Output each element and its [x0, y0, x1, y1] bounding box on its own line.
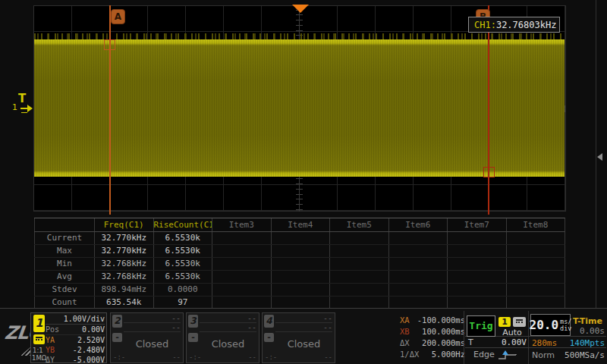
- dc-coupling-icon[interactable]: [33, 334, 45, 344]
- cursor-xb-label: XB: [400, 326, 410, 337]
- table-row-min: Min 32.768kHz 6.5530k: [34, 258, 565, 271]
- cursor-xa-label: XA: [400, 315, 410, 326]
- table-cell: [447, 271, 506, 283]
- table-header-item7[interactable]: Item7: [447, 218, 506, 231]
- ch2-vdiv-placeholder: --: [124, 314, 181, 323]
- ch2-pos-placeholder: --: [124, 323, 181, 332]
- cursor-ya-value: 2.520V: [77, 335, 105, 345]
- row-label: Min: [34, 258, 94, 270]
- table-cell: [388, 245, 448, 257]
- cursor-xa-value: -100.000ms: [417, 315, 465, 326]
- table-cell: [447, 297, 506, 309]
- table-header-row: Freq(C1) RiseCount(C1) Item3 Item4 Item5…: [34, 218, 565, 232]
- table-header-item6[interactable]: Item6: [388, 218, 448, 231]
- table-cell: [388, 258, 448, 270]
- table-cell: [212, 245, 271, 257]
- table-cell: [212, 232, 271, 244]
- cursor-rdx-label: 1/ΔX: [400, 349, 419, 360]
- table-cell: 6.5530k: [153, 258, 212, 270]
- trigger-level-marker[interactable]: T: [18, 92, 26, 105]
- cursor-xb-value: 100.000ms: [422, 326, 465, 337]
- table-row-stdev: Stdev 898.94mHz 0.0000: [34, 284, 565, 297]
- ch4-time-placeholder: -:-: [265, 353, 277, 361]
- cursor-b-line[interactable]: [488, 5, 489, 215]
- table-header-risecount[interactable]: RiseCount(C1): [153, 218, 212, 231]
- trigger-level-arrowhead: [27, 105, 33, 112]
- ch3-value-placeholder: --: [248, 353, 256, 361]
- trigger-type: Edge: [473, 350, 495, 359]
- trigger-level-arrow: [20, 108, 27, 109]
- table-cell: [506, 297, 565, 309]
- table-cell: [329, 297, 388, 309]
- channel1-panel[interactable]: 1 1:1 1MΩ 1.00V/div Pos 0.00V YA 2.520V …: [30, 312, 107, 363]
- ch4-vdiv-placeholder: --: [275, 314, 332, 323]
- trig-status-button[interactable]: Trig: [467, 315, 495, 337]
- table-cell: 6.5530k: [153, 271, 212, 283]
- acquisition-mode: Norm: [532, 350, 555, 360]
- table-header-blank: [34, 218, 94, 231]
- table-row-avg: Avg 32.768kHz 6.5530k: [34, 271, 565, 284]
- channel4-badge[interactable]: 4: [264, 315, 274, 328]
- trigger-source-badge[interactable]: 1: [498, 317, 511, 327]
- table-cell: 6.5530k: [153, 232, 212, 244]
- table-cell: [388, 271, 448, 283]
- cursor-rdx-value: 5.000Hz: [432, 349, 465, 360]
- oscilloscope-screen: A B CH1: 32.76803kHz T 1 Freq(C1) RiseCo…: [0, 0, 607, 364]
- x-cursor-readouts: XA -100.000ms XB 100.000ms ΔX 200.000ms …: [400, 315, 465, 360]
- table-cell: [447, 284, 506, 296]
- side-menu-divider: [596, 0, 596, 308]
- table-header-freq[interactable]: Freq(C1): [94, 218, 153, 231]
- input-impedance: 1MΩ: [32, 354, 46, 362]
- ttime-label: T-Time: [573, 316, 602, 326]
- cursor-dy-value: -5.000V: [73, 355, 105, 364]
- table-header-item5[interactable]: Item5: [329, 218, 388, 231]
- side-menu-collapse-icon[interactable]: [597, 153, 602, 161]
- trigger-level-underline: [21, 112, 27, 113]
- table-cell: [329, 271, 388, 283]
- cursor-a-y-marker[interactable]: [104, 39, 115, 50]
- table-cell: [271, 271, 330, 283]
- row-label: Count: [34, 297, 94, 309]
- table-row-current: Current 32.770kHz 6.5530k: [34, 232, 565, 245]
- cursor-a-badge[interactable]: A: [111, 9, 125, 24]
- channel2-panel[interactable]: 2 -- -- - Closed -:- --: [110, 312, 184, 363]
- cursor-b-y-marker[interactable]: [483, 167, 495, 177]
- channel3-badge[interactable]: 3: [188, 315, 198, 328]
- table-cell: 32.768kHz: [94, 271, 153, 283]
- ch1-readout-label: CH1:: [474, 20, 496, 30]
- trigger-position-marker[interactable]: [292, 5, 309, 13]
- table-cell: 0.0000: [153, 284, 212, 296]
- channel1-badge[interactable]: 1: [33, 315, 45, 332]
- table-header-item8[interactable]: Item8: [506, 218, 565, 231]
- table-header-item4[interactable]: Item4: [271, 218, 330, 231]
- table-cell: [212, 284, 271, 296]
- table-cell: [271, 232, 330, 244]
- cursor-yb-value: -2.480V: [73, 345, 105, 355]
- channel2-badge[interactable]: 2: [112, 315, 122, 328]
- table-cell: [506, 284, 565, 296]
- table-cell: [329, 258, 388, 270]
- divider: [464, 311, 464, 364]
- table-cell: [388, 232, 448, 244]
- channel3-panel[interactable]: 3 -- -- - Closed -:- --: [186, 312, 259, 363]
- table-cell: [329, 284, 388, 296]
- ch2-value-placeholder: --: [172, 353, 181, 361]
- trigger-coupling-icon[interactable]: [513, 317, 526, 327]
- row-label: Current: [34, 232, 94, 244]
- table-cell: 635.54k: [94, 297, 153, 309]
- cursor-a-line[interactable]: [109, 5, 111, 215]
- table-cell: [271, 245, 330, 257]
- table-cell: [388, 297, 448, 309]
- cursor-ya-label: YA: [46, 335, 55, 345]
- channel4-panel[interactable]: 4 -- -- - Closed -:- --: [262, 312, 335, 363]
- cursor-dy-label: ΔY: [46, 355, 55, 364]
- table-header-item3[interactable]: Item3: [212, 218, 271, 231]
- memory-depth: 140Mpts: [554, 338, 605, 348]
- row-label: Max: [34, 245, 94, 257]
- cursor-dx-value: 200.000ms: [422, 337, 465, 349]
- table-cell: 6.5530k: [153, 245, 212, 257]
- table-cell: 32.770kHz: [94, 245, 153, 257]
- table-cell: [212, 258, 271, 270]
- timebase-scale: 20.0: [530, 318, 559, 332]
- table-cell: [212, 297, 271, 309]
